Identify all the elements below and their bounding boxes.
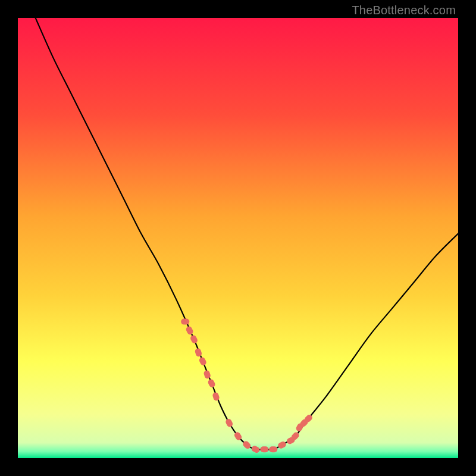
highlight-dot xyxy=(181,319,189,325)
chart-svg xyxy=(18,18,458,458)
highlight-dot xyxy=(260,446,268,452)
watermark-text: TheBottleneck.com xyxy=(352,4,456,17)
highlight-dot xyxy=(269,446,277,452)
gradient-background xyxy=(18,18,458,458)
chart-frame xyxy=(18,18,458,458)
